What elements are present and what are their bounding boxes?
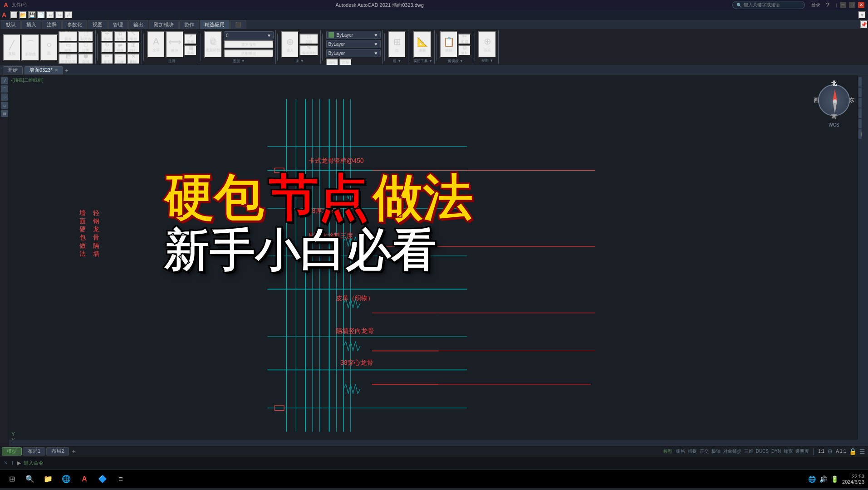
tab-collab[interactable]: 协作 [179,20,199,29]
paste-button[interactable]: 📋粘贴 [440,31,458,58]
edit-attr-button[interactable]: ✎编辑属性 [299,45,319,56]
layer-props-button[interactable]: ⧉图层特性 [204,31,222,58]
leader-button[interactable]: ↗引线 [184,34,197,44]
rect-button[interactable]: ▭矩形 [59,42,78,53]
status-tp[interactable]: 透明度 [795,448,809,455]
tab-parametric[interactable]: 参数化 [62,20,87,29]
new-tab-button[interactable]: + [65,67,69,74]
tab-insert[interactable]: 插入 [21,20,41,29]
tab-annotate[interactable]: 注释 [42,20,62,29]
undo-button[interactable]: ↩ [46,11,54,19]
copy-button[interactable]: ⧉复制 [114,31,127,42]
trim-button[interactable]: ✂修剪 [101,54,113,64]
hatch-button[interactable]: ▤图案填充 [59,54,78,64]
new-button[interactable]: ⬜ [10,11,18,19]
drawing-tab[interactable]: 墙面0323* ✕ [25,66,63,74]
search-box[interactable]: 🔍 键入关键字或短语 [732,1,805,9]
text-button[interactable]: A文字 [147,31,165,58]
color-dropdown[interactable]: ByLayer ▼ [326,31,381,39]
status-3d-osnap[interactable]: 三维 [744,448,753,455]
measure-button[interactable]: 📐测量 [413,31,432,58]
files-button[interactable]: 📁 [40,471,56,487]
cut-button[interactable]: ✂剪切 [458,34,471,44]
model-tab[interactable]: 模型 [2,447,22,456]
lock-icon[interactable]: 🔒 [849,448,857,455]
command-input[interactable] [46,460,864,466]
clock[interactable]: 22:53 2024/6/23 [842,474,864,485]
vertical-scrollbar[interactable] [862,75,868,446]
rotate-button[interactable]: ↻旋转 [101,42,113,53]
app1-button[interactable]: 🔷 [94,471,111,487]
left-tool-3[interactable]: ○ [1,93,8,101]
group-button[interactable]: ⊞组 [388,31,406,58]
left-tool-1[interactable]: ╱ [1,77,8,84]
cmd-expand-button[interactable]: ⬆ [10,460,15,466]
line-button[interactable]: ╱直线 [3,34,21,61]
edge-button[interactable]: 🌐 [58,471,74,487]
settings-icon[interactable]: ⚙ [827,448,833,455]
array-button[interactable]: ⊞阵列 [127,42,140,53]
workspace-icon[interactable]: ☰ [859,448,865,455]
customize-button[interactable]: ▼ [858,11,866,19]
minimize-button[interactable]: ─ [840,2,846,8]
left-tool-2[interactable]: ⌒ [1,85,8,93]
start-tab[interactable]: 开始 [3,66,23,74]
annotation-scale[interactable]: A 1:1 [836,449,846,454]
tab-featured[interactable]: 精选应用 [200,20,230,29]
tab-more[interactable]: ⬛ [230,20,246,29]
circle-button[interactable]: ○圆 [40,34,58,61]
close-button[interactable]: ✕ [858,2,864,8]
save-button[interactable]: 💾 [28,11,36,19]
status-dynin[interactable]: DYN [771,449,781,454]
table-button[interactable]: ▦表格 [184,45,197,56]
cmd-close-button[interactable]: ✕ [4,460,8,466]
canvas-area[interactable]: -[顶视]二维线框] [9,75,868,446]
search-button[interactable]: 🔍 [22,471,38,487]
copy-clip-button[interactable]: ⧉复制 [458,45,471,56]
status-polar[interactable]: 极轴 [711,448,721,455]
maximize-button[interactable]: □ [849,2,855,8]
mirror-button[interactable]: ⇌镜像 [114,42,127,53]
linetype-dropdown[interactable]: ByLayer ▼ [326,40,381,48]
properties-button[interactable]: 特性 [326,59,338,65]
plot-button[interactable]: 🖨 [64,11,73,19]
user-login[interactable]: 登录 [811,2,820,8]
horizontal-scrollbar[interactable] [9,440,862,446]
help-icon[interactable]: ? [826,1,829,9]
open-button[interactable]: 📂 [19,11,27,19]
redo-button[interactable]: ↪ [55,11,64,19]
start-button[interactable]: ⊞ [4,471,20,487]
tab-default[interactable]: 默认 [1,20,21,29]
layer-dropdown[interactable]: 0 ▼ [224,31,274,39]
dim-button[interactable]: ⟺标注 [166,31,184,58]
move-button[interactable]: ✛移动 [101,31,113,42]
status-grid[interactable]: 栅格 [676,448,685,455]
delete-button[interactable]: ✕删除 [127,54,140,64]
status-model[interactable]: 模型 [663,448,672,455]
add-layout-button[interactable]: + [70,448,77,455]
insert-block-button[interactable]: ⊕插入 [281,31,299,58]
status-osnap[interactable]: 对象捕捉 [723,448,741,455]
boundary-button[interactable]: ⬡边界 [78,42,93,53]
tab-view[interactable]: 视图 [88,20,108,29]
tray-network-icon[interactable]: 🌐 [808,475,816,483]
polyline-button[interactable]: ⌒多段线 [21,34,39,61]
region-button[interactable]: ⬢面域 [78,54,93,64]
tab-manage[interactable]: 管理 [108,20,128,29]
ribbon-pin-button[interactable]: 📌 [860,20,868,29]
scale-button[interactable]: ⤡缩放 [127,31,140,42]
layout1-tab[interactable]: 布局1 [23,447,45,456]
layout2-tab[interactable]: 布局2 [46,447,69,456]
drawing-tab-close[interactable]: ✕ [54,68,58,73]
lineweight-dropdown[interactable]: ByLayer ▼ [326,49,381,57]
app2-button[interactable]: ≡ [113,471,129,487]
match-props-button[interactable]: 匹配 [339,59,352,65]
gradient-button[interactable]: ◫渐变色 [78,31,93,42]
left-tool-4[interactable]: ▭ [1,102,8,109]
menu-item-file[interactable]: 文件(F) [12,2,27,8]
match-layer-button[interactable]: 匹配图层 [224,49,274,58]
status-ducs[interactable]: DUCS [756,449,769,454]
tab-output[interactable]: 输出 [128,20,148,29]
status-snap[interactable]: 捕捉 [688,448,697,455]
basepoint-button[interactable]: ⊕基点 [478,31,496,58]
